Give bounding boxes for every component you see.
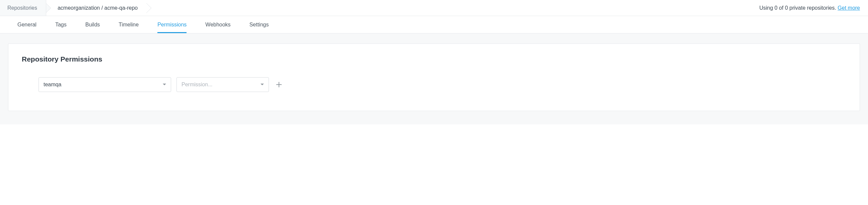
get-more-link[interactable]: Get more: [838, 5, 860, 11]
tab-tags[interactable]: Tags: [55, 16, 67, 33]
breadcrumb-root-label: Repositories: [7, 5, 37, 11]
tab-permissions[interactable]: Permissions: [157, 16, 187, 33]
caret-down-icon: [260, 83, 264, 86]
content-area: Repository Permissions teamqa Permission…: [0, 33, 868, 125]
breadcrumbs: Repositories acmeorganization / acme-qa-…: [0, 0, 146, 16]
tab-webhooks[interactable]: Webhooks: [205, 16, 230, 33]
tab-timeline[interactable]: Timeline: [119, 16, 138, 33]
caret-down-icon: [163, 83, 166, 86]
panel-title: Repository Permissions: [22, 55, 846, 63]
team-select-value: teamqa: [43, 81, 61, 88]
tab-builds[interactable]: Builds: [85, 16, 100, 33]
permission-select-placeholder: Permission...: [182, 81, 212, 88]
tabs-bar: General Tags Builds Timeline Permissions…: [0, 16, 868, 33]
breadcrumb-root[interactable]: Repositories: [0, 0, 46, 16]
tab-general[interactable]: General: [18, 16, 36, 33]
usage-count-label: Using 0 of 0 private repositories.: [759, 5, 838, 11]
usage-text: Using 0 of 0 private repositories. Get m…: [759, 5, 860, 11]
team-select[interactable]: teamqa: [38, 77, 171, 92]
plus-icon: [276, 81, 282, 88]
permission-select[interactable]: Permission...: [177, 77, 269, 92]
tab-settings[interactable]: Settings: [249, 16, 269, 33]
breadcrumb-repo[interactable]: acmeorganization / acme-qa-repo: [46, 0, 146, 16]
breadcrumb-bar: Repositories acmeorganization / acme-qa-…: [0, 0, 868, 16]
permission-form-row: teamqa Permission...: [22, 77, 846, 92]
add-permission-button[interactable]: [274, 80, 284, 89]
breadcrumb-repo-label: acmeorganization / acme-qa-repo: [58, 5, 137, 11]
permissions-panel: Repository Permissions teamqa Permission…: [8, 43, 860, 111]
